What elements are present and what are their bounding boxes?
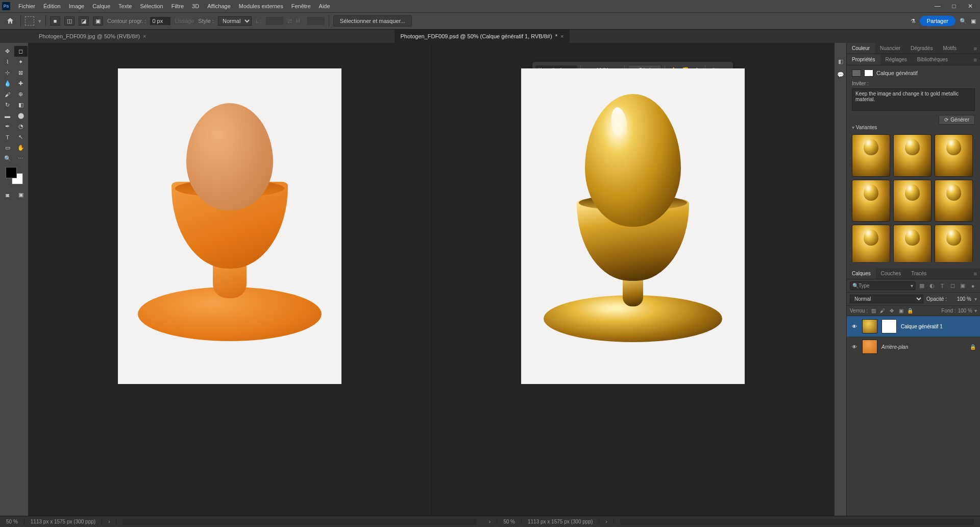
blend-mode-select[interactable]: Normal (850, 295, 923, 303)
gradient-tool[interactable]: ▬ (1, 110, 14, 121)
type-tool[interactable]: T (1, 132, 14, 142)
color-swatches[interactable] (6, 167, 23, 184)
variants-header[interactable]: ▾ Variantes (852, 125, 975, 130)
filter-image-icon[interactable]: ▦ (918, 282, 926, 290)
document-tab-2[interactable]: Photogen_FDF009.psd @ 50% (Calque généra… (395, 30, 570, 43)
lock-artboard[interactable]: ▣ (897, 308, 904, 314)
menu-fichier[interactable]: Fichier (14, 1, 39, 11)
dodge-tool[interactable]: ◔ (14, 121, 28, 132)
panel-menu-icon[interactable]: ≡ (971, 271, 980, 277)
menu-calque[interactable]: Calque (88, 1, 114, 11)
document-tab-1[interactable]: Photogen_FDF009.jpg @ 50% (RVB/8#) × (33, 30, 153, 43)
zoom-tool[interactable]: 🔍 (1, 153, 14, 164)
filter-adjust-icon[interactable]: ◐ (928, 282, 936, 290)
heal-tool[interactable]: ✚ (14, 78, 28, 89)
close-icon[interactable]: × (560, 33, 564, 39)
more-tools[interactable]: ⋯ (14, 153, 28, 164)
document-pane-left[interactable] (29, 43, 431, 516)
layer-row[interactable]: 👁 Calque génératif 1 (847, 316, 980, 337)
hand-tool[interactable]: ✋ (14, 142, 28, 153)
chevron-right-icon[interactable]: › (599, 519, 614, 524)
variant-thumb[interactable] (893, 180, 932, 222)
cloud-icon[interactable]: ⚗ (911, 18, 916, 25)
tab-bibliotheques[interactable]: Bibliothèques (912, 54, 953, 65)
filter-shape-icon[interactable]: ◻ (948, 282, 957, 290)
window-maximize[interactable]: □ (946, 3, 962, 10)
filter-type-icon[interactable]: T (938, 282, 946, 290)
search-icon[interactable]: 🔍 (960, 18, 967, 25)
h-scrollbar-right[interactable] (620, 519, 974, 525)
tab-reglages[interactable]: Réglages (880, 54, 912, 65)
layer-name[interactable]: Arrière-plan (881, 344, 966, 350)
close-icon[interactable]: × (143, 33, 146, 39)
variant-thumb[interactable] (852, 134, 890, 177)
filter-toggle[interactable]: ● (969, 282, 977, 290)
layer-row[interactable]: 👁 Arrière-plan 🔒 (847, 337, 980, 357)
quick-mask[interactable]: ◙ (1, 189, 14, 200)
menu-édition[interactable]: Édition (39, 1, 65, 11)
menu-affichage[interactable]: Affichage (203, 1, 235, 11)
selection-subtract[interactable]: ◪ (79, 16, 89, 26)
brush-tool[interactable]: 🖌 (1, 89, 14, 100)
document-pane-right[interactable]: Keep the image ... ‹ 12/21 › ⟳Générer 👍 … (431, 43, 835, 516)
menu-filtre[interactable]: Filtre (167, 1, 188, 11)
chevron-right-icon[interactable]: › (102, 519, 116, 524)
filter-smart-icon[interactable]: ▣ (959, 282, 967, 290)
menu-sélection[interactable]: Sélection (136, 1, 167, 11)
tab-degrades[interactable]: Dégradés (905, 43, 938, 54)
frame-tool[interactable]: ⊠ (14, 67, 28, 78)
variant-thumb[interactable] (893, 134, 932, 177)
tab-couches[interactable]: Couches (876, 268, 906, 279)
selection-new[interactable]: ■ (50, 16, 60, 26)
window-minimize[interactable]: — (930, 3, 945, 10)
feather-input[interactable] (150, 17, 170, 25)
menu-image[interactable]: Image (65, 1, 89, 11)
lasso-tool[interactable]: ⌇ (1, 57, 14, 67)
variant-thumb[interactable] (893, 225, 932, 262)
chevron-right-icon[interactable]: › (483, 519, 497, 524)
h-scrollbar-left[interactable] (122, 519, 476, 525)
menu-modules externes[interactable]: Modules externes (235, 1, 287, 11)
crop-tool[interactable]: ⊹ (1, 67, 14, 78)
window-close[interactable]: ✕ (963, 3, 978, 10)
marquee-tool[interactable]: ◻ (14, 46, 28, 57)
menu-texte[interactable]: Texte (114, 1, 136, 11)
layer-name[interactable]: Calque génératif 1 (901, 324, 976, 329)
lock-all[interactable]: 🔒 (906, 308, 914, 314)
share-button[interactable]: Partager (920, 16, 955, 26)
opacity-value[interactable]: 100 % (950, 296, 971, 302)
menu-aide[interactable]: Aide (315, 1, 334, 11)
tab-calques[interactable]: Calques (847, 268, 876, 279)
menu-fenêtre[interactable]: Fenêtre (287, 1, 315, 11)
lock-position[interactable]: ✥ (888, 308, 895, 314)
tab-proprietes[interactable]: Propriétés (847, 54, 880, 65)
lock-pixels[interactable]: 🖌 (879, 308, 886, 314)
blur-tool[interactable]: ⬤ (14, 110, 28, 121)
fill-value[interactable]: 100 % (958, 308, 972, 314)
visibility-icon[interactable]: 👁 (851, 324, 858, 329)
canvas-left[interactable] (118, 68, 341, 384)
selection-add[interactable]: ◫ (64, 16, 75, 26)
home-button[interactable] (4, 15, 16, 27)
panel-menu-icon[interactable]: ≡ (971, 45, 980, 52)
panel-icon-2[interactable]: 💬 (837, 70, 845, 79)
selection-intersect[interactable]: ▣ (93, 16, 103, 26)
zoom-left[interactable]: 50 % (0, 519, 24, 524)
eraser-tool[interactable]: ◧ (14, 100, 28, 110)
layer-filter[interactable]: 🔍 Type ▾ (850, 281, 916, 290)
tab-motifs[interactable]: Motifs (938, 43, 962, 54)
invite-textarea[interactable] (852, 88, 975, 111)
variant-thumb[interactable] (935, 180, 973, 222)
tab-nuancier[interactable]: Nuancier (875, 43, 905, 54)
move-tool[interactable]: ✥ (1, 46, 14, 57)
shape-tool[interactable]: ▭ (1, 142, 14, 153)
variant-thumb[interactable] (935, 225, 973, 262)
workspace-icon[interactable]: ▣ (971, 18, 976, 25)
pen-tool[interactable]: ✒ (1, 121, 14, 132)
tab-couleur[interactable]: Couleur (847, 43, 875, 54)
menu-3d[interactable]: 3D (188, 1, 203, 11)
quick-select-tool[interactable]: ✦ (14, 57, 28, 67)
lock-transparency[interactable]: ▨ (870, 308, 877, 314)
screen-mode[interactable]: ▣ (14, 189, 28, 200)
select-and-mask-button[interactable]: Sélectionner et masquer... (333, 15, 412, 27)
